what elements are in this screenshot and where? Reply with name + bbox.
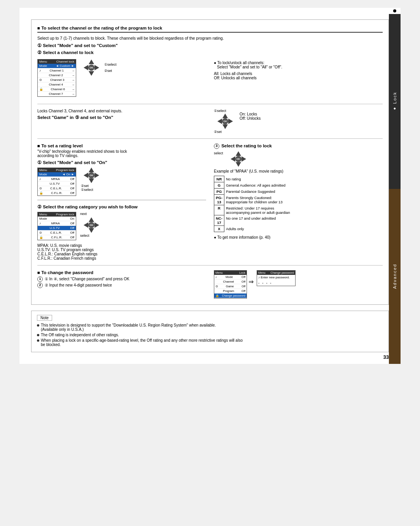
r-dpad-bottom-2 (83, 228, 100, 233)
menu-ch3-row: ⊙ Channel 3 – (38, 78, 76, 82)
change-pw-enter: ♪ Enter new password. (257, 275, 295, 280)
rating-dpad-ctrl-2: OK (83, 217, 100, 233)
page-number: 33 (383, 354, 389, 360)
mpaa-note: MPAA: U.S. movie ratings (37, 243, 206, 248)
rating-step1-title: ① Select "Mode" and set to "On" (37, 160, 206, 165)
prog2-mode-row: Mode On (38, 217, 76, 221)
more-info: ● To get more information (p. 40) (214, 235, 383, 239)
password-title: ■ To change the password (37, 270, 206, 275)
prog2-celr-row: ⊙ C.E.L.R. Off (38, 231, 76, 235)
password-right: Menu Lock ♪ Mode Off Channel Off (214, 270, 383, 299)
dpad-section: OK ①select (80, 59, 117, 77)
password-section: ■ To change the password 1 ① In ④, selec… (37, 270, 383, 299)
select-rating-title: 3 Select the rating to lock (214, 143, 383, 149)
section-title: To select the channel or the rating of t… (41, 26, 162, 30)
menu-ch4-row: Channel 4 – (38, 82, 76, 87)
ok-button[interactable]: OK (88, 65, 94, 71)
lock-row-channel: Channel Off (214, 280, 247, 284)
step1-title: ① Select "Mode" and set to "Custom" (37, 43, 383, 48)
game-dpad-bottom (217, 124, 233, 129)
rating-code-NC17: NC-17 (214, 215, 224, 226)
program-menu-2-wrapper: Menu Program lock Mode On ♪ MPAA Off (37, 212, 206, 240)
r-next-label: next (80, 212, 87, 216)
lock-row-game: ⊙ Game Off (214, 284, 247, 289)
note-item-1: This television is designed to support t… (37, 323, 383, 332)
rating-desc-PG13: Parents Strongly Cautioned:Inappropriate… (224, 195, 292, 205)
mpaa-notes: MPAA: U.S. movie ratings U.S.TV: U.S. TV… (37, 243, 206, 260)
rating-code-NR: NR (214, 176, 224, 182)
game-dpad-top (217, 114, 233, 118)
prog-cflr-row: 🔒 C.F.L.R. Off (38, 191, 76, 196)
cflr-note: C.F.L.R.: Canadian French ratings (37, 256, 206, 260)
channel-lock-section: Menu Channel lock Mode ◄ Custom ► ♪ Chan… (37, 57, 383, 99)
rating-code-X: X (214, 226, 224, 232)
r-dpad-top-2 (83, 217, 100, 222)
sidebar-advanced-label: Advanced (389, 189, 401, 364)
r-ok-2[interactable]: OK (88, 222, 94, 228)
prog-menu2-title: Menu Program lock (38, 212, 76, 217)
rating-code-G: G (214, 182, 224, 189)
prog2-mpaa-row: ♪ MPAA Off (38, 221, 76, 226)
right-info-3: All: Locks all channels (214, 72, 383, 76)
rating-code-R: R (214, 205, 224, 215)
r-dpad-mid-1: OK (84, 172, 99, 178)
menu-title: Menu Channel lock (38, 59, 76, 64)
game-section: Locks Channel 3, Channel 4, and external… (37, 109, 383, 134)
rating-inner-divider (37, 200, 206, 200)
program-lock-menu-2: Menu Program lock Mode On ♪ MPAA Off (37, 212, 76, 240)
menu-ch1-row: ♪ Channel 1 – (38, 68, 76, 73)
right-info-2: Select "Mode" and set to "All" or "Off". (217, 65, 383, 69)
menu-ch7-row: Channel 7 – (38, 92, 76, 96)
channel-lock-right: ● To lock/unlock all channels: Select "M… (214, 57, 383, 99)
bullet-2 (37, 334, 39, 336)
change-pw-menu: Menu Change password ♪ Enter new passwor… (257, 270, 296, 286)
sidebar-dot (393, 9, 396, 12)
r-dpad-top-1 (83, 168, 100, 172)
rating-dpad-2: next OK (80, 212, 103, 238)
game-ok-button[interactable]: OK (222, 118, 228, 124)
r-dpad-mid-2: OK (84, 222, 99, 228)
rating-dpad-1: OK ②set ①select (80, 168, 103, 192)
channel-lock-menu: Menu Channel lock Mode ◄ Custom ► ♪ Chan… (37, 59, 76, 97)
divider-3 (37, 265, 383, 266)
rating-desc-X: Adults only (224, 226, 292, 232)
lock-menu: Menu Lock ♪ Mode Off Channel Off (214, 270, 247, 299)
r-ok-1[interactable]: OK (88, 172, 94, 178)
page: ■ To select the channel or the rating of… (19, 8, 401, 364)
mpaa-example: Example of "MPAA" (U.S. movie ratings) (214, 169, 383, 173)
rating-desc-G: General Audience: All ages admitted (224, 182, 292, 189)
game-dpad-section: ①select OK (214, 109, 236, 134)
bullet-1 (37, 324, 39, 327)
prog-menu-title: Menu Program lock (38, 168, 76, 172)
change-pw-title: Menu Change password (257, 271, 295, 275)
rating-code-PG: PG (214, 189, 224, 195)
ustv-note: U.S.TV: U.S. TV program ratings (37, 248, 206, 252)
prog-ustv-row: U.S.TV Off (38, 182, 76, 186)
rating-row-NR: NR No rating (214, 176, 292, 182)
channel-menu-wrapper: Menu Channel lock Mode ◄ Custom ► ♪ Chan… (37, 59, 206, 97)
rating-row-PG13: PG-13 Parents Strongly Cautioned:Inappro… (214, 195, 292, 205)
rating-row-PG: PG Parental Guidance Suggested (214, 189, 292, 195)
lock-row-program: Program Off (214, 289, 247, 294)
dpad: OK (83, 59, 100, 76)
game-select-label: ①select (214, 109, 226, 113)
channel-lock-left: Menu Channel lock Mode ◄ Custom ► ♪ Chan… (37, 57, 206, 99)
change-pw-dots: - - - - (257, 280, 295, 286)
rating-desc2: according to TV ratings. (37, 154, 206, 158)
sr-dpad-mid: OK (231, 156, 246, 162)
rating-desc-NR: No rating (224, 176, 292, 182)
select-rating-dpad-wrapper: select OK (214, 151, 383, 167)
game-off-unlocks: Off: Unlocks (240, 116, 261, 121)
section-header: ■ To select the channel or the rating of… (37, 26, 383, 33)
menu-mode-row: Mode ◄ Custom ► (38, 64, 76, 68)
prog2-ustv-row: U.S.TV Off (38, 226, 76, 231)
divider-1 (37, 104, 383, 104)
rating-row-NC17: NC-17 No one 17 and under admitted (214, 215, 292, 226)
game-set-label: ②set (214, 130, 222, 134)
intro-text: Select up to 7 (1-7) channels to block. … (37, 36, 383, 40)
sidebar: ● Lock Advanced (389, 8, 401, 364)
sr-ok[interactable]: OK (235, 156, 242, 162)
rating-title: ■ To set a rating level (37, 143, 206, 148)
rating-code-PG13: PG-13 (214, 195, 224, 205)
r-set-label-1: ②set (81, 184, 93, 188)
